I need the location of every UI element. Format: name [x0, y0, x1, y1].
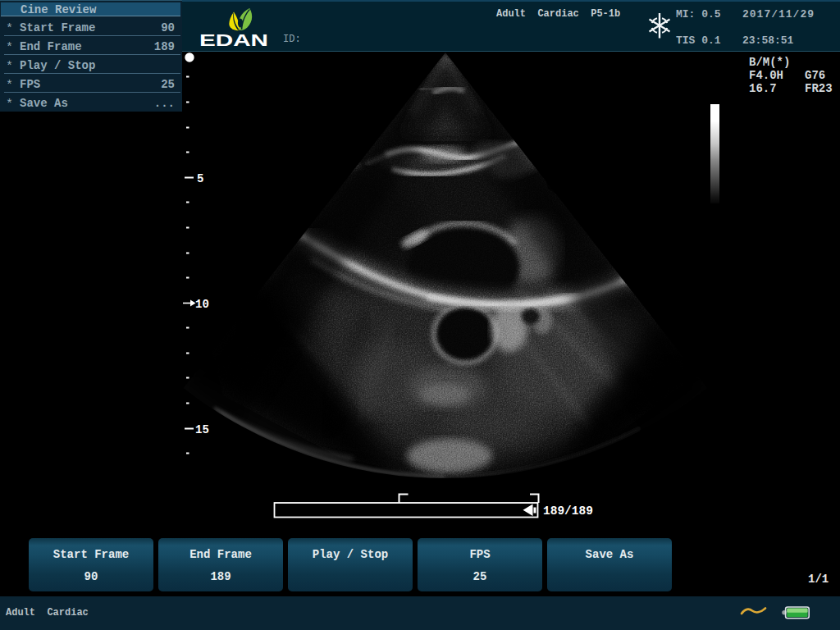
svg-text:5: 5: [197, 172, 203, 185]
svg-text:10: 10: [195, 298, 209, 311]
svg-text:189/189: 189/189: [543, 504, 593, 518]
svg-text:15: 15: [195, 423, 209, 436]
